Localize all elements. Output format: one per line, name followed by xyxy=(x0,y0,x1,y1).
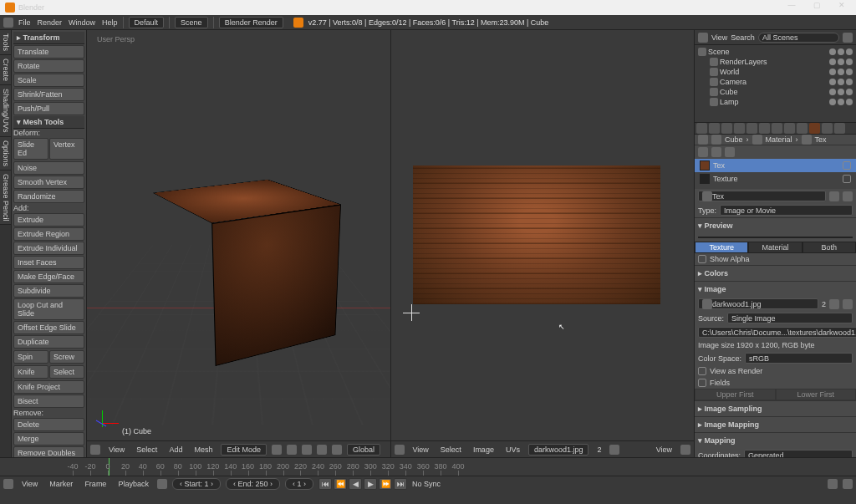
extrude-individual-button[interactable]: Extrude Individual xyxy=(13,242,84,255)
jump-end-button[interactable]: ⏭ xyxy=(394,478,407,490)
minimize-button[interactable]: — xyxy=(782,1,801,14)
tab-material-icon[interactable] xyxy=(797,123,808,134)
keyframe-prev-button[interactable]: ⏪ xyxy=(334,478,347,490)
uv-pivot-icon[interactable] xyxy=(680,445,690,455)
viewport-shading-icon[interactable] xyxy=(272,445,282,455)
texture-type-dropdown[interactable]: Image or Movie xyxy=(720,205,853,216)
info-editor-icon[interactable] xyxy=(3,18,13,28)
tab-render-icon[interactable] xyxy=(696,123,707,134)
scale-button[interactable]: Scale xyxy=(13,74,84,87)
texture-context-other-icon[interactable] xyxy=(725,147,735,157)
tl-menu-marker[interactable]: Marker xyxy=(46,479,76,489)
unlink-image-icon[interactable] xyxy=(843,299,853,309)
tab-object-icon[interactable] xyxy=(746,123,757,134)
uv-menu-select[interactable]: Select xyxy=(437,445,465,455)
texture-context-material-icon[interactable] xyxy=(711,147,721,157)
tab-world-icon[interactable] xyxy=(734,123,745,134)
image-dropdown[interactable]: darkwood1.jpg xyxy=(528,444,589,456)
orientation-dropdown[interactable]: Global xyxy=(347,444,380,456)
slot-enable-checkbox[interactable] xyxy=(843,161,851,170)
keying-set-icon[interactable] xyxy=(843,479,853,489)
offset-edge-slide-button[interactable]: Offset Edge Slide xyxy=(13,321,84,334)
tab-physics-icon[interactable] xyxy=(834,123,845,134)
tab-scene-icon[interactable] xyxy=(721,123,732,134)
knife-button[interactable]: Knife xyxy=(13,365,48,379)
coordinates-dropdown[interactable]: Generated xyxy=(744,450,853,457)
tab-render-layers-icon[interactable] xyxy=(709,123,720,134)
play-reverse-button[interactable]: ◀ xyxy=(349,478,362,490)
mesh-tools-header[interactable]: ▾ Mesh Tools xyxy=(13,116,84,129)
preview-texture-button[interactable]: Texture xyxy=(695,242,748,253)
preview-both-button[interactable]: Both xyxy=(802,242,856,253)
vp3d-menu-add[interactable]: Add xyxy=(166,445,186,455)
menu-help[interactable]: Help xyxy=(102,18,118,27)
slide-edge-button[interactable]: Slide Ed xyxy=(13,138,48,160)
shrink-fatten-button[interactable]: Shrink/Fatten xyxy=(13,88,84,101)
colorspace-dropdown[interactable]: sRGB xyxy=(745,353,853,364)
select-mode-edge-icon[interactable] xyxy=(317,445,327,455)
pin-icon[interactable] xyxy=(609,445,619,455)
knife-select-button[interactable]: Select xyxy=(49,365,84,379)
screw-button[interactable]: Screw xyxy=(49,350,84,364)
image-name-field[interactable]: darkwood1.jpg xyxy=(698,298,818,309)
colors-header[interactable]: ▸ Colors xyxy=(698,267,853,279)
tab-options[interactable]: Options xyxy=(0,137,11,171)
end-frame-field[interactable]: ‹ End: 250 › xyxy=(226,478,280,490)
texture-slot-texture[interactable]: Texture xyxy=(695,172,856,186)
uv-menu-uvs[interactable]: UVs xyxy=(502,445,523,455)
source-dropdown[interactable]: Single Image xyxy=(727,313,853,323)
select-mode-face-icon[interactable] xyxy=(332,445,342,455)
uv-menu-view2[interactable]: View xyxy=(653,445,675,455)
translate-button[interactable]: Translate xyxy=(13,45,84,59)
extrude-region-button[interactable]: Extrude Region xyxy=(13,227,84,241)
outliner-item-world[interactable]: World xyxy=(698,67,853,77)
timeline-ruler[interactable]: -40-200204060801001201401601802002202402… xyxy=(0,458,856,476)
sync-mode-dropdown[interactable]: No Sync xyxy=(412,480,441,488)
cube-object[interactable] xyxy=(177,197,344,364)
menu-render[interactable]: Render xyxy=(38,18,63,27)
lower-first-button[interactable]: Lower First xyxy=(776,389,857,400)
tl-menu-playback[interactable]: Playback xyxy=(115,479,152,489)
timeline-editor-icon[interactable] xyxy=(3,479,13,489)
outliner-item-lamp[interactable]: Lamp xyxy=(698,97,853,107)
outliner-filter-dropdown[interactable]: All Scenes xyxy=(758,33,839,43)
texture-slots[interactable]: Tex Texture xyxy=(695,159,856,189)
jump-start-button[interactable]: ⏮ xyxy=(318,478,332,490)
add-texture-icon[interactable] xyxy=(829,191,839,201)
tab-shading[interactable]: Shading/UVs xyxy=(0,85,11,137)
tab-data-icon[interactable] xyxy=(784,123,795,134)
auto-keyframe-icon[interactable] xyxy=(828,479,838,489)
editor-type-icon[interactable] xyxy=(90,445,100,455)
screen-layout-dropdown[interactable]: Default xyxy=(129,17,165,28)
current-frame-field[interactable]: ‹ 1 › xyxy=(285,478,313,490)
tab-particles-icon[interactable] xyxy=(822,123,833,134)
texture-slot-tex[interactable]: Tex xyxy=(695,159,856,172)
outliner-editor-icon[interactable] xyxy=(698,33,708,43)
outliner[interactable]: SceneRenderLayersWorldCameraCubeLamp xyxy=(695,45,856,122)
image-mapping-header[interactable]: ▸ Image Mapping xyxy=(698,419,853,430)
select-mode-vertex-icon[interactable] xyxy=(302,445,312,455)
tab-create[interactable]: Create xyxy=(0,55,11,85)
spin-button[interactable]: Spin xyxy=(13,350,48,364)
mode-dropdown[interactable]: Edit Mode xyxy=(221,444,267,456)
bisect-button[interactable]: Bisect xyxy=(13,395,84,408)
preview-header[interactable]: ▾ Preview xyxy=(698,220,853,232)
texture-name-field[interactable]: Tex xyxy=(698,191,826,201)
vp3d-menu-mesh[interactable]: Mesh xyxy=(191,445,216,455)
make-edge-face-button[interactable]: Make Edge/Face xyxy=(13,270,84,283)
menu-file[interactable]: File xyxy=(18,18,31,27)
knife-project-button[interactable]: Knife Project xyxy=(13,380,84,394)
maximize-button[interactable]: ▢ xyxy=(808,1,826,14)
uv-editor-type-icon[interactable] xyxy=(395,445,405,455)
tab-tools[interactable]: Tools xyxy=(0,30,11,55)
vp3d-menu-view[interactable]: View xyxy=(105,445,128,455)
outliner-view-menu[interactable]: View xyxy=(711,33,727,42)
mapping-header[interactable]: ▾ Mapping xyxy=(698,435,853,446)
delete-button[interactable]: Delete xyxy=(13,418,84,431)
outliner-item-renderlayers[interactable]: RenderLayers xyxy=(698,57,853,67)
keyframe-next-button[interactable]: ⏩ xyxy=(379,478,392,490)
image-sampling-header[interactable]: ▸ Image Sampling xyxy=(698,403,853,415)
outliner-item-camera[interactable]: Camera xyxy=(698,77,853,87)
unlink-texture-icon[interactable] xyxy=(843,191,853,201)
texture-context-world-icon[interactable] xyxy=(698,147,708,157)
